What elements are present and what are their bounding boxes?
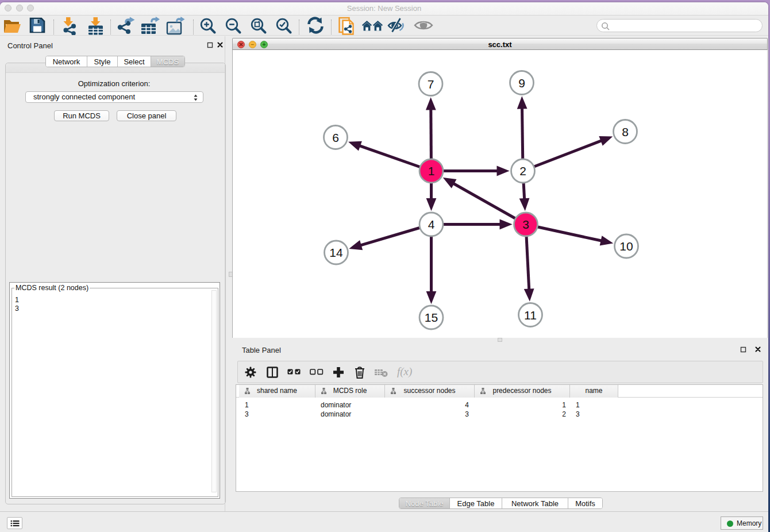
svg-text:14: 14: [329, 246, 343, 259]
svg-text:4: 4: [428, 218, 435, 231]
svg-text:3: 3: [522, 218, 529, 231]
svg-text:8: 8: [622, 125, 629, 138]
svg-text:1: 1: [428, 164, 435, 178]
svg-text:15: 15: [425, 311, 438, 324]
svg-text:2: 2: [519, 164, 526, 178]
svg-text:6: 6: [332, 131, 339, 144]
svg-text:11: 11: [524, 309, 537, 322]
svg-text:7: 7: [428, 78, 434, 91]
svg-text:9: 9: [518, 76, 525, 90]
svg-text:10: 10: [619, 240, 633, 253]
